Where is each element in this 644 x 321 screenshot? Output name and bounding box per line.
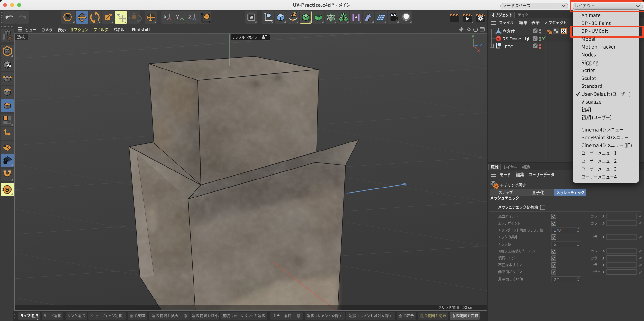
svg-text:S: S [5,187,9,193]
svg-text:Z: Z [480,43,482,47]
svg-text:0 °: 0 ° [554,277,559,282]
svg-text:170 °: 170 ° [554,228,563,233]
svg-text:X: X [163,14,167,20]
svg-text:X: X [477,49,480,52]
svg-text:Z: Z [188,14,192,20]
svg-text:Y: Y [472,35,474,39]
svg-text:6: 6 [554,242,556,247]
svg-text:Y: Y [176,14,179,20]
